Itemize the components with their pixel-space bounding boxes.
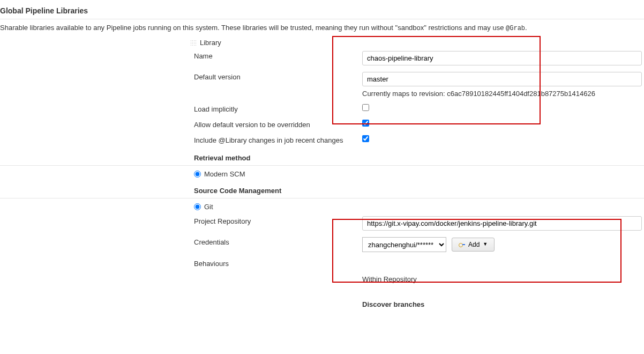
description-code: @Grab <box>506 25 525 32</box>
retrieval-method-header: Retrieval method <box>0 148 644 166</box>
key-icon <box>459 242 465 247</box>
description-post: . <box>525 24 527 32</box>
revision-note: Currently maps to revision: c6ac78910182… <box>362 86 642 98</box>
default-version-label: Default version <box>194 73 241 81</box>
retrieval-method-header-text: Retrieval method <box>194 154 250 162</box>
credentials-label: Credentials <box>194 238 229 246</box>
default-version-input[interactable] <box>362 72 642 86</box>
section-title-global-pipeline-libraries: Global Pipeline Libraries <box>0 0 644 19</box>
name-label: Name <box>194 52 213 60</box>
include-changes-label: Include @Library changes in job recent c… <box>194 136 343 144</box>
modern-scm-label: Modern SCM <box>204 170 245 178</box>
revision-hash: c6ac78910182445ff1404df281b87275b1414626 <box>447 90 595 98</box>
scm-header-text: Source Code Management <box>194 187 281 195</box>
section-title-text: Global Pipeline Libraries <box>0 6 88 15</box>
library-header-text: Library <box>200 39 221 47</box>
section-description: Sharable libraries available to any Pipe… <box>0 20 644 36</box>
allow-override-checkbox[interactable] <box>362 120 369 127</box>
chevron-down-icon: ▼ <box>483 241 488 247</box>
behaviours-label: Behaviours <box>194 260 229 268</box>
discover-branches-header: Discover branches <box>0 286 644 312</box>
load-implicitly-label: Load implicitly <box>194 105 238 113</box>
credentials-select[interactable]: zhangchenghui/****** <box>362 237 446 252</box>
git-label: Git <box>204 203 213 211</box>
project-repository-input[interactable] <box>362 216 642 231</box>
add-credentials-button[interactable]: Add ▼ <box>452 238 495 252</box>
description-pre: Sharable libraries available to any Pipe… <box>0 24 506 32</box>
library-header: Library <box>0 36 644 48</box>
within-repository-label: Within Repository <box>0 271 644 286</box>
discover-branches-text: Discover branches <box>362 300 424 308</box>
git-radio[interactable] <box>194 203 201 210</box>
revision-prefix: Currently maps to revision: <box>362 90 447 98</box>
drag-handle-icon[interactable] <box>190 40 197 46</box>
include-changes-checkbox[interactable] <box>362 135 369 142</box>
name-input[interactable] <box>362 51 642 65</box>
allow-override-label: Allow default version to be overridden <box>194 121 310 129</box>
add-button-text: Add <box>468 241 480 248</box>
project-repository-label: Project Repository <box>194 217 251 225</box>
modern-scm-radio[interactable] <box>194 171 201 178</box>
load-implicitly-checkbox[interactable] <box>362 104 369 111</box>
scm-header: Source Code Management <box>0 180 644 198</box>
within-repository-text: Within Repository <box>362 275 417 283</box>
